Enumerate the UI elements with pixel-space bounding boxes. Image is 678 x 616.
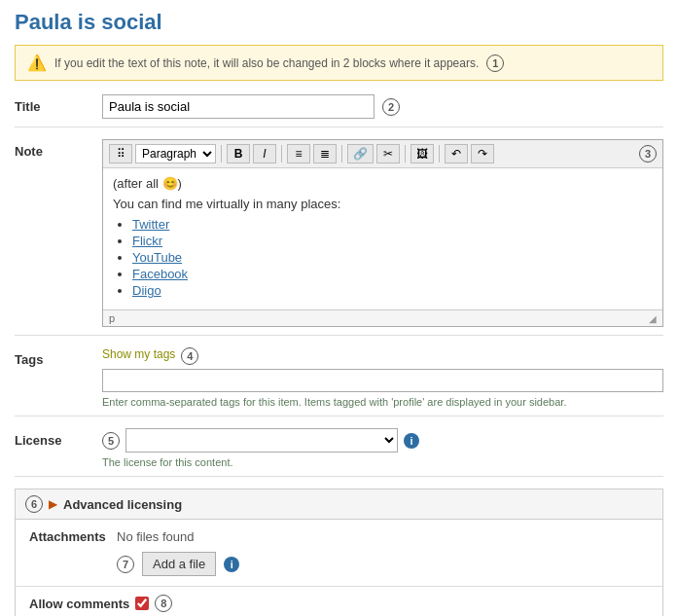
- step-5-badge: 5: [102, 432, 120, 450]
- tags-label: Tags: [15, 347, 102, 367]
- note-content: ⠿ Paragraph Heading 1 Heading 2 Heading …: [102, 139, 663, 327]
- tags-hint: Enter comma-separated tags for this item…: [102, 396, 663, 408]
- list-item: Flickr: [132, 234, 653, 248]
- warning-banner: ⚠️ If you edit the text of this note, it…: [15, 45, 663, 81]
- note-editor: ⠿ Paragraph Heading 1 Heading 2 Heading …: [102, 139, 663, 327]
- toolbar-separator-2: [281, 145, 282, 163]
- title-input[interactable]: [102, 94, 375, 119]
- allow-comments-checkbox[interactable]: [135, 597, 149, 610]
- editor-status-bar: p ◢: [103, 309, 662, 326]
- note-row: Note ⠿ Paragraph Heading 1 Heading 2 Hea…: [15, 139, 663, 336]
- step-4-badge: 4: [181, 347, 198, 365]
- advanced-header[interactable]: 6 ▶ Advanced licensing: [16, 489, 662, 520]
- advanced-section: 6 ▶ Advanced licensing Attachments No fi…: [15, 489, 663, 616]
- toolbar-separator-5: [439, 145, 440, 163]
- editor-toolbar: ⠿ Paragraph Heading 1 Heading 2 Heading …: [103, 140, 662, 168]
- step-8-badge: 8: [155, 595, 172, 612]
- license-label: License: [15, 428, 102, 448]
- facebook-link[interactable]: Facebook: [132, 267, 188, 281]
- show-tags-link[interactable]: Show my tags: [102, 347, 175, 361]
- twitter-link[interactable]: Twitter: [132, 217, 169, 232]
- toolbar-separator-1: [221, 145, 222, 163]
- tags-content: Show my tags 4 Enter comma-separated tag…: [102, 347, 663, 408]
- editor-scroll-area[interactable]: (after all 😊) You can find me virtually …: [103, 168, 662, 309]
- add-file-button[interactable]: Add a file: [142, 552, 216, 576]
- youtube-link[interactable]: YouTube: [132, 250, 182, 265]
- license-info-icon[interactable]: i: [404, 433, 419, 449]
- toolbar-unlink-btn[interactable]: ✂: [376, 144, 400, 163]
- warning-text: If you edit the text of this note, it wi…: [54, 56, 479, 70]
- license-row: License 5 CC Attribution CC Attribution-…: [15, 428, 663, 477]
- attachments-row: Attachments No files found 7 Add a file …: [16, 520, 662, 587]
- title-label: Title: [15, 94, 102, 114]
- advanced-arrow-icon: ▶: [49, 497, 57, 511]
- attachments-label: Attachments: [29, 529, 117, 544]
- list-item: Diigo: [132, 283, 653, 298]
- page-title: Paula is social: [15, 10, 663, 35]
- title-content: 2: [102, 94, 663, 119]
- toolbar-italic-btn[interactable]: I: [253, 144, 276, 163]
- editor-links-list: Twitter Flickr YouTube Facebook Diigo: [132, 217, 653, 298]
- step-1-badge: 1: [486, 54, 504, 72]
- toolbar-link-btn[interactable]: 🔗: [347, 144, 374, 163]
- editor-line-2: You can find me virtually in many places…: [113, 197, 653, 211]
- toolbar-undo-btn[interactable]: ↶: [445, 144, 468, 163]
- list-item: Facebook: [132, 267, 653, 281]
- no-files-text: No files found: [117, 529, 649, 544]
- diigo-link[interactable]: Diigo: [132, 283, 161, 298]
- allow-comments-label: Allow comments: [29, 597, 129, 611]
- step-2-badge: 2: [382, 98, 400, 116]
- license-content: 5 CC Attribution CC Attribution-ShareAli…: [102, 428, 663, 468]
- format-select[interactable]: Paragraph Heading 1 Heading 2 Heading 3: [135, 144, 216, 163]
- advanced-title: Advanced licensing: [63, 497, 182, 512]
- toolbar-redo-btn[interactable]: ↷: [471, 144, 494, 163]
- tags-input[interactable]: [102, 369, 663, 392]
- step-6-badge: 6: [25, 495, 43, 513]
- toolbar-ul-btn[interactable]: ≡: [287, 144, 310, 163]
- toolbar-separator-4: [405, 145, 406, 163]
- warning-icon: ⚠️: [27, 54, 47, 72]
- toolbar-grid-btn[interactable]: ⠿: [109, 144, 132, 163]
- list-item: Twitter: [132, 217, 653, 232]
- editor-line-1: (after all 😊): [113, 176, 653, 191]
- allow-comments-row: Allow comments 8: [16, 587, 662, 616]
- license-hint: The license for this content.: [102, 456, 663, 468]
- toolbar-image-btn[interactable]: 🖼: [410, 144, 434, 163]
- step-3-badge: 3: [639, 145, 657, 163]
- list-item: YouTube: [132, 250, 653, 265]
- add-file-info-icon[interactable]: i: [224, 557, 239, 572]
- note-label: Note: [15, 139, 102, 159]
- attachments-content: No files found 7 Add a file i: [117, 529, 649, 576]
- toolbar-bold-btn[interactable]: B: [227, 144, 250, 163]
- tags-row: Tags Show my tags 4 Enter comma-separate…: [15, 347, 663, 417]
- license-select[interactable]: CC Attribution CC Attribution-ShareAlike…: [125, 428, 398, 453]
- editor-body[interactable]: (after all 😊) You can find me virtually …: [103, 168, 662, 309]
- editor-status-text: p: [109, 312, 115, 324]
- toolbar-separator-3: [341, 145, 342, 163]
- toolbar-ol-btn[interactable]: ≣: [313, 144, 337, 163]
- step-7-badge: 7: [117, 556, 134, 573]
- title-row: Title 2: [15, 94, 663, 127]
- resize-handle[interactable]: ◢: [649, 313, 657, 324]
- flickr-link[interactable]: Flickr: [132, 234, 162, 248]
